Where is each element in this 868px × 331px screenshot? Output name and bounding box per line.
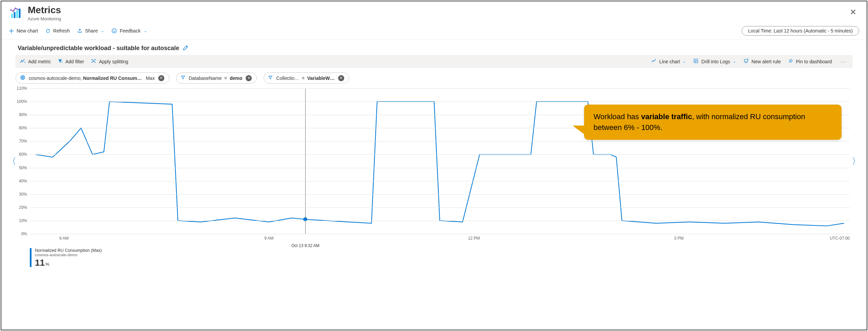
chart-gridline: [30, 102, 850, 102]
feedback-smile-icon: [111, 28, 117, 34]
legend-info: Normalized RU Consumption (Max) cosmos-a…: [35, 248, 102, 268]
drill-logs-label: Drill into Logs: [701, 59, 730, 64]
share-button[interactable]: Share ⌄: [77, 28, 104, 34]
svg-point-17: [95, 59, 96, 60]
logs-icon: [693, 58, 699, 65]
time-range-picker[interactable]: Local Time: Last 12 hours (Automatic - 5…: [742, 26, 859, 36]
chart-gridline: [30, 207, 850, 208]
split-icon: [91, 58, 96, 65]
refresh-icon: [45, 28, 50, 34]
chart-area: 〈 〉 UTC-07:00 110%100%90%80%70%60%50%40%…: [15, 88, 853, 330]
share-icon: [77, 28, 82, 34]
prev-chart-button[interactable]: 〈: [5, 153, 19, 170]
chart-title: Variable/unpredictable workload - suitab…: [18, 45, 179, 52]
metric-pill-text: cosmos-autoscale-demo, Normalized RU Con…: [29, 75, 155, 81]
new-chart-label: New chart: [17, 28, 38, 34]
chart-y-label: 40%: [19, 179, 27, 183]
filter-pill-text: DatabaseName = demo: [189, 75, 242, 81]
pencil-icon: [183, 45, 188, 51]
chart-y-label: 30%: [19, 192, 27, 197]
new-chart-button[interactable]: New chart: [9, 28, 38, 34]
annotation-callout: Workload has variable traffic, with norm…: [584, 105, 842, 140]
pin-button[interactable]: Pin to dashboard: [788, 59, 832, 65]
add-filter-label: Add filter: [65, 59, 84, 64]
svg-point-5: [13, 10, 14, 12]
refresh-button[interactable]: Refresh: [45, 28, 70, 34]
chart-y-label: 80%: [19, 126, 27, 130]
svg-rect-1: [14, 12, 16, 18]
feedback-button[interactable]: Feedback ⌄: [111, 28, 147, 34]
remove-filter-icon[interactable]: ✕: [338, 75, 344, 81]
chart-y-label: 70%: [19, 139, 27, 144]
chart-y-label: 110%: [17, 86, 27, 91]
legend-series-name: Normalized RU Consumption (Max): [35, 248, 102, 253]
callout-text: Workload has variable traffic, with norm…: [594, 112, 805, 132]
apply-splitting-label: Apply splitting: [99, 59, 128, 64]
filter-pill-row: cosmos-autoscale-demo, Normalized RU Con…: [16, 72, 852, 84]
chart-x-label: 3 PM: [674, 236, 684, 241]
svg-point-16: [91, 62, 92, 63]
chart-type-dropdown[interactable]: Line chart ⌄: [651, 58, 686, 65]
add-metric-button[interactable]: Add metric: [20, 58, 51, 65]
chevron-down-icon: ⌄: [101, 29, 104, 33]
chart-hover-line: [305, 88, 306, 234]
refresh-label: Refresh: [53, 28, 70, 34]
add-metric-icon: [20, 58, 25, 65]
chart-gridline: [30, 88, 850, 89]
chevron-down-icon: ⌄: [683, 59, 686, 64]
command-bar: New chart Refresh Share ⌄ Feedback ⌄ Loc…: [1, 23, 867, 40]
chart-x-label: 9 AM: [264, 236, 273, 241]
svg-point-11: [20, 62, 21, 63]
filter-icon: [58, 59, 63, 65]
remove-filter-icon[interactable]: ✕: [246, 75, 252, 81]
chart-x-label: 12 PM: [468, 236, 480, 241]
feedback-label: Feedback: [120, 28, 140, 34]
header-titles: Metrics Azure Monitoring: [28, 5, 61, 21]
chart-legend: Normalized RU Consumption (Max) cosmos-a…: [30, 248, 853, 268]
chart-gridline: [30, 168, 850, 168]
chart-y-label: 10%: [19, 218, 27, 223]
edit-title-button[interactable]: [183, 45, 188, 52]
apply-splitting-button[interactable]: Apply splitting: [91, 58, 128, 65]
chart-y-label: 90%: [19, 112, 27, 117]
svg-point-13: [22, 61, 23, 62]
svg-point-4: [10, 9, 12, 10]
callout-tail-icon: [573, 126, 586, 136]
chart-y-label: 50%: [19, 166, 27, 170]
svg-rect-3: [19, 9, 21, 18]
next-chart-button[interactable]: 〉: [849, 153, 863, 170]
filter-icon: [181, 75, 185, 81]
legend-color-swatch: [30, 248, 32, 267]
chart-gridline: [30, 194, 850, 195]
legend-value: 11%: [35, 258, 102, 268]
chart-gridline: [30, 221, 850, 221]
svg-point-10: [115, 30, 116, 30]
filter-pill-collection[interactable]: Collectio… = VariableW… ✕: [264, 72, 349, 84]
chart-gridline: [30, 141, 850, 141]
metrics-panel: Metrics Azure Monitoring ✕ New chart Ref…: [1, 1, 867, 330]
svg-point-7: [17, 9, 19, 10]
chart-type-label: Line chart: [659, 59, 680, 64]
time-range-label: Local Time: Last 12 hours (Automatic - 5…: [748, 28, 853, 34]
drill-logs-button[interactable]: Drill into Logs ⌄: [693, 58, 736, 65]
new-alert-button[interactable]: New alert rule: [743, 58, 781, 65]
metric-pill[interactable]: cosmos-autoscale-demo, Normalized RU Con…: [16, 72, 169, 84]
remove-metric-icon[interactable]: ✕: [158, 75, 164, 81]
filter-pill-database[interactable]: DatabaseName = demo ✕: [176, 72, 257, 84]
svg-rect-2: [16, 10, 18, 18]
chart-y-label: 0%: [21, 231, 27, 236]
add-filter-button[interactable]: Add filter: [58, 59, 84, 65]
filter-pill-text: Collectio… = VariableW…: [276, 75, 334, 81]
more-button[interactable]: ···: [839, 59, 848, 64]
svg-point-8: [112, 29, 117, 33]
header: Metrics Azure Monitoring ✕: [1, 1, 867, 23]
chart-y-label: 100%: [17, 99, 27, 104]
resource-icon: [20, 75, 25, 81]
alert-icon: [743, 58, 749, 65]
close-button[interactable]: ✕: [846, 6, 860, 18]
plus-icon: [9, 28, 14, 34]
svg-point-18: [95, 62, 96, 63]
metrics-icon: [9, 6, 23, 20]
line-chart-icon: [651, 58, 657, 65]
chart-toolbar: Add metric Add filter Apply splitting Li…: [16, 55, 852, 68]
